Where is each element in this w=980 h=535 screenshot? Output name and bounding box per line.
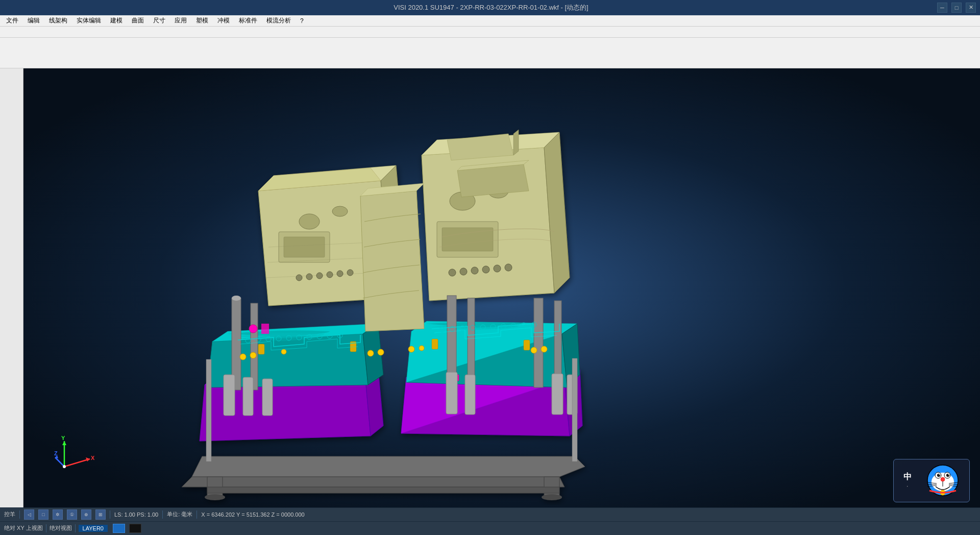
status-separator-5 <box>46 524 46 532</box>
menu-item-应用[interactable]: 应用 <box>170 15 191 26</box>
svg-point-49 <box>505 264 512 271</box>
svg-point-36 <box>347 270 353 276</box>
menu-item-标准件[interactable]: 标准件 <box>235 15 261 26</box>
abs-view-label: 绝对视图 <box>50 524 72 532</box>
center-spine <box>360 183 424 331</box>
svg-point-35 <box>337 271 343 277</box>
svg-text:X: X <box>91 455 95 461</box>
svg-point-124 <box>939 474 940 475</box>
svg-point-65 <box>281 349 286 354</box>
svg-rect-83 <box>465 375 475 415</box>
nav-label: 中 · <box>903 472 912 490</box>
titlebar: VISI 2020.1 SU1947 - 2XP-RR-03-022XP-RR-… <box>0 0 980 15</box>
nav-zh-label: 中 <box>903 472 912 482</box>
svg-point-77 <box>249 325 257 333</box>
svg-rect-72 <box>258 344 264 354</box>
svg-point-63 <box>240 354 246 360</box>
svg-rect-59 <box>447 296 456 385</box>
svg-rect-60 <box>468 298 475 385</box>
svg-point-68 <box>408 346 414 352</box>
abs-xy-label: 绝对 XY 上视图 <box>4 524 43 532</box>
menu-item-建模[interactable]: 建模 <box>106 15 127 26</box>
svg-point-25 <box>332 206 348 216</box>
svg-rect-81 <box>262 379 273 416</box>
svg-point-69 <box>419 346 424 351</box>
doraemon-widget: 中 · <box>893 459 970 502</box>
svg-marker-112 <box>62 441 66 445</box>
xyz-coords: X = 6346.202 Y = 5151.362 Z = 0000.000 <box>201 512 304 518</box>
svg-point-122 <box>937 474 940 477</box>
doraemon-face-icon <box>926 464 960 497</box>
svg-line-108 <box>64 459 90 467</box>
svg-text:Z: Z <box>54 450 58 456</box>
layer-label: LAYER0 <box>79 525 108 532</box>
svg-rect-27 <box>284 237 325 257</box>
svg-point-66 <box>368 350 374 356</box>
svg-rect-62 <box>554 301 561 385</box>
main-viewport[interactable]: X Y Z <box>23 68 980 507</box>
menu-item-线架构[interactable]: 线架构 <box>45 15 71 26</box>
svg-point-57 <box>232 296 241 301</box>
menu-item-实体编辑[interactable]: 实体编辑 <box>72 15 105 26</box>
statusbar-icon-6[interactable]: ⊞ <box>95 509 106 520</box>
status-separator-4 <box>197 510 197 519</box>
svg-point-34 <box>327 272 333 278</box>
menu-item-塑模[interactable]: 塑模 <box>192 15 212 26</box>
menu-item-曲面[interactable]: 曲面 <box>128 15 148 26</box>
menu-item-文件[interactable]: 文件 <box>2 15 22 26</box>
toolbar-icons-row <box>0 38 980 68</box>
menu-item-编辑[interactable]: 编辑 <box>23 15 44 26</box>
svg-point-123 <box>946 474 949 477</box>
coordinate-axes: X Y Z <box>54 436 95 477</box>
left-sidebar <box>0 68 23 507</box>
color-swatch[interactable] <box>113 524 125 533</box>
statusbar-icon-3[interactable]: ✲ <box>53 509 63 520</box>
svg-point-32 <box>306 274 312 280</box>
status-separator-1 <box>19 510 20 519</box>
menu-item-模流分析[interactable]: 模流分析 <box>262 15 295 26</box>
toolbar-tabs-row <box>0 27 980 38</box>
svg-marker-53 <box>513 130 519 155</box>
close-button[interactable]: ✕ <box>966 3 976 13</box>
svg-text:Y: Y <box>61 436 65 441</box>
svg-point-33 <box>316 273 323 279</box>
statusbar-row2: 绝对 XY 上视图 绝对视图 LAYER0 <box>0 522 980 535</box>
svg-point-46 <box>471 267 478 274</box>
menu-item-尺寸[interactable]: 尺寸 <box>149 15 169 26</box>
statusbar-icon-2[interactable]: □ <box>38 509 48 520</box>
window-title: VISI 2020.1 SU1947 - 2XP-RR-03-022XP-RR-… <box>45 3 937 12</box>
menu-item-?[interactable]: ? <box>296 16 308 26</box>
titlebar-controls: ─ □ ✕ <box>937 3 976 13</box>
svg-point-44 <box>449 269 456 276</box>
minimize-button[interactable]: ─ <box>937 3 947 13</box>
menu-item-冲模[interactable]: 冲模 <box>213 15 234 26</box>
svg-point-7 <box>542 494 562 500</box>
nav-dot-label: · <box>906 482 908 490</box>
statusbar-icon-5[interactable]: ⊕ <box>81 509 91 520</box>
svg-point-24 <box>299 214 320 229</box>
svg-marker-1 <box>192 456 585 477</box>
menubar: 文件编辑线架构实体编辑建模曲面尺寸应用塑模冲模标准件模流分析? <box>0 15 980 27</box>
svg-marker-2 <box>182 477 565 487</box>
svg-point-45 <box>460 268 467 275</box>
svg-point-47 <box>482 266 489 273</box>
unit-label: 单位: 毫米 <box>167 510 192 518</box>
svg-rect-75 <box>524 340 530 350</box>
svg-point-117 <box>63 465 66 468</box>
svg-rect-80 <box>243 377 253 416</box>
svg-rect-74 <box>432 339 438 349</box>
svg-rect-87 <box>572 358 577 461</box>
svg-rect-5 <box>207 487 559 493</box>
svg-rect-82 <box>446 372 457 414</box>
statusbar: 控羊 ◁ □ ✲ ① ⊕ ⊞ LS: 1.00 PS: 1.00 单位: 毫米 … <box>0 507 980 535</box>
restore-button[interactable]: □ <box>951 3 962 13</box>
svg-line-114 <box>55 457 64 467</box>
svg-point-126 <box>941 477 945 481</box>
control-label: 控羊 <box>4 510 15 518</box>
statusbar-icon-4[interactable]: ① <box>67 509 77 520</box>
color-swatch-2[interactable] <box>129 524 141 533</box>
statusbar-icon-1[interactable]: ◁ <box>24 509 34 520</box>
svg-marker-54 <box>360 191 424 331</box>
svg-point-31 <box>296 275 302 281</box>
ls-ps-label: LS: 1.00 PS: 1.00 <box>114 512 158 518</box>
